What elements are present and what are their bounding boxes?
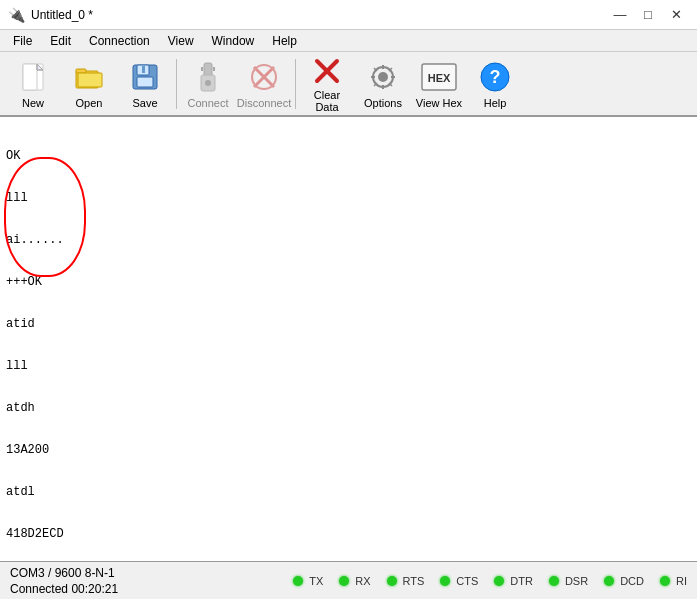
svg-rect-7 <box>78 73 102 87</box>
minimize-button[interactable]: — <box>607 5 633 25</box>
status-bar: COM3 / 9600 8-N-1 Connected 00:20:21 TX … <box>0 561 697 599</box>
terminal-line-ai: ai...... <box>6 233 691 247</box>
disconnect-button[interactable]: Disconnect <box>237 56 291 112</box>
terminal-line-ok: OK <box>6 149 691 163</box>
view-hex-label: View Hex <box>416 97 462 109</box>
cts-indicator: CTS <box>440 575 478 587</box>
toolbar-separator-1 <box>176 59 177 109</box>
help-button[interactable]: ? Help <box>468 56 522 112</box>
connect-icon <box>190 59 226 95</box>
rx-label: RX <box>355 575 370 587</box>
open-label: Open <box>76 97 103 109</box>
save-button[interactable]: Save <box>118 56 172 112</box>
clear-data-icon <box>309 55 345 87</box>
open-button[interactable]: Open <box>62 56 116 112</box>
close-button[interactable]: ✕ <box>663 5 689 25</box>
svg-text:?: ? <box>490 67 501 87</box>
title-controls: — □ ✕ <box>607 5 689 25</box>
toolbar-separator-2 <box>295 59 296 109</box>
menu-file[interactable]: File <box>4 31 41 51</box>
title-left: 🔌 Untitled_0 * <box>8 7 93 23</box>
menu-edit[interactable]: Edit <box>41 31 80 51</box>
terminal-line-13a200: 13A200 <box>6 443 691 457</box>
menu-view[interactable]: View <box>159 31 203 51</box>
terminal-line-atdh: atdh <box>6 401 691 415</box>
status-left: COM3 / 9600 8-N-1 Connected 00:20:21 <box>10 566 118 596</box>
main-area: OK lll ai...... +++OK atid lll atdh 13A2… <box>0 117 697 561</box>
terminal[interactable]: OK lll ai...... +++OK atid lll atdh 13A2… <box>0 117 697 561</box>
menu-bar: File Edit Connection View Window Help <box>0 30 697 52</box>
dsr-led <box>549 576 559 586</box>
maximize-button[interactable]: □ <box>635 5 661 25</box>
svg-rect-6 <box>76 69 86 73</box>
app-icon: 🔌 <box>8 7 25 23</box>
status-right: TX RX RTS CTS DTR DSR DCD RI <box>293 575 687 587</box>
dsr-indicator: DSR <box>549 575 588 587</box>
dtr-indicator: DTR <box>494 575 533 587</box>
cts-label: CTS <box>456 575 478 587</box>
menu-window[interactable]: Window <box>203 31 264 51</box>
ri-indicator: RI <box>660 575 687 587</box>
save-icon <box>127 59 163 95</box>
ri-led <box>660 576 670 586</box>
disconnect-icon <box>246 59 282 95</box>
red-circle-annotation <box>4 157 86 277</box>
dcd-label: DCD <box>620 575 644 587</box>
svg-text:HEX: HEX <box>428 72 451 84</box>
rts-indicator: RTS <box>387 575 425 587</box>
options-label: Options <box>364 97 402 109</box>
tx-led <box>293 576 303 586</box>
open-icon <box>71 59 107 95</box>
dtr-led <box>494 576 504 586</box>
rts-label: RTS <box>403 575 425 587</box>
options-icon <box>365 59 401 95</box>
dcd-led <box>604 576 614 586</box>
ri-label: RI <box>676 575 687 587</box>
view-hex-button[interactable]: HEX View Hex <box>412 56 466 112</box>
connect-button[interactable]: Connect <box>181 56 235 112</box>
rts-led <box>387 576 397 586</box>
terminal-line-atid1: atid <box>6 317 691 331</box>
dcd-indicator: DCD <box>604 575 644 587</box>
terminal-line-lll1: lll <box>6 191 691 205</box>
menu-connection[interactable]: Connection <box>80 31 159 51</box>
clear-data-button[interactable]: Clear Data <box>300 56 354 112</box>
tx-label: TX <box>309 575 323 587</box>
rx-indicator: RX <box>339 575 370 587</box>
new-icon <box>15 59 51 95</box>
view-hex-icon: HEX <box>421 59 457 95</box>
terminal-line-addr: 418D2ECD <box>6 527 691 541</box>
rx-led <box>339 576 349 586</box>
svg-rect-1 <box>23 64 37 90</box>
terminal-line-atdl: atdl <box>6 485 691 499</box>
tx-indicator: TX <box>293 575 323 587</box>
svg-rect-11 <box>142 66 145 73</box>
svg-rect-10 <box>137 77 153 87</box>
dsr-label: DSR <box>565 575 588 587</box>
new-button[interactable]: New <box>6 56 60 112</box>
svg-point-16 <box>205 80 211 86</box>
connection-info: COM3 / 9600 8-N-1 <box>10 566 118 580</box>
title-bar: 🔌 Untitled_0 * — □ ✕ <box>0 0 697 30</box>
options-button[interactable]: Options <box>356 56 410 112</box>
terminal-line-plusok: +++OK <box>6 275 691 289</box>
new-label: New <box>22 97 44 109</box>
svg-point-23 <box>378 72 388 82</box>
toolbar: New Open Save <box>0 52 697 117</box>
disconnect-label: Disconnect <box>237 97 291 109</box>
clear-data-label: Clear Data <box>303 89 351 113</box>
terminal-line-lll2: lll <box>6 359 691 373</box>
help-icon: ? <box>477 59 513 95</box>
window-title: Untitled_0 * <box>31 8 93 22</box>
help-label: Help <box>484 97 507 109</box>
connected-time: Connected 00:20:21 <box>10 582 118 596</box>
menu-help[interactable]: Help <box>263 31 306 51</box>
save-label: Save <box>132 97 157 109</box>
dtr-label: DTR <box>510 575 533 587</box>
cts-led <box>440 576 450 586</box>
connect-label: Connect <box>188 97 229 109</box>
